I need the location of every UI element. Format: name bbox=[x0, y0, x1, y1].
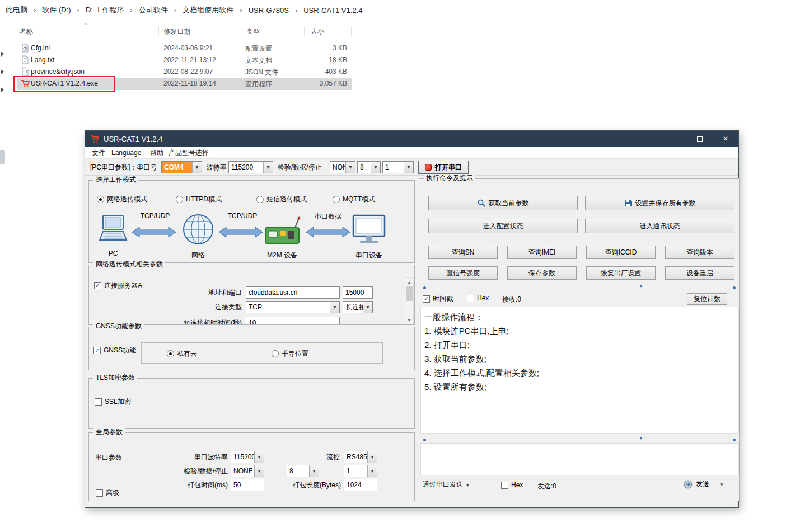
radio-selected-icon bbox=[97, 196, 104, 203]
menu-file[interactable]: 文件 bbox=[92, 147, 105, 159]
save-params-button[interactable]: 保存参数 bbox=[507, 266, 577, 280]
short-conn-timeout-input[interactable] bbox=[246, 317, 340, 324]
breadcrumb-item-usr-g780s[interactable]: USR-G780S bbox=[249, 6, 304, 15]
breadcrumb-item-work[interactable]: D: 工作程序 bbox=[86, 5, 139, 15]
device-restart-button[interactable]: 设备重启 bbox=[665, 266, 734, 280]
ssl-checkbox[interactable]: SSL加密 bbox=[95, 397, 131, 407]
chevron-down-icon: ▾ bbox=[466, 482, 469, 488]
query-imei-button[interactable]: 查询IMEI bbox=[507, 246, 577, 259]
collapse-arrow-icon[interactable] bbox=[639, 284, 643, 289]
net-params-scrollbar[interactable] bbox=[405, 277, 414, 324]
breadcrumb-item-drive-d[interactable]: 软件 (D:) bbox=[42, 5, 86, 15]
title-bar[interactable]: USR-CAT1 V1.2.4 bbox=[85, 131, 738, 147]
open-serial-button[interactable]: 打开串口 bbox=[418, 161, 469, 174]
checkbox-checked-icon bbox=[423, 295, 430, 303]
scroll-down-icon[interactable] bbox=[405, 316, 413, 324]
column-divider[interactable] bbox=[351, 26, 352, 36]
chevron-down-icon bbox=[330, 302, 339, 313]
scroll-up-icon[interactable] bbox=[405, 278, 413, 286]
collapse-arrow-icon[interactable] bbox=[639, 436, 643, 441]
column-divider[interactable] bbox=[158, 26, 159, 36]
get-current-params-button[interactable]: 获取当前参数 bbox=[428, 196, 578, 210]
recv-hex-checkbox[interactable]: Hex bbox=[467, 294, 489, 302]
reset-count-button[interactable]: 复位计数 bbox=[687, 293, 727, 305]
stopbits-select[interactable]: 1 bbox=[382, 161, 414, 173]
serial-data-label: 串口数据 bbox=[310, 212, 346, 222]
menu-help[interactable]: 帮助 bbox=[150, 147, 163, 159]
menu-language[interactable]: Language bbox=[111, 147, 141, 159]
file-date: 2022-11-18 19:14 bbox=[163, 79, 216, 87]
maximize-button[interactable] bbox=[687, 131, 713, 147]
column-divider[interactable] bbox=[304, 26, 305, 36]
mode-net-transparent[interactable]: 网络透传模式 bbox=[97, 195, 147, 204]
network-globe-icon bbox=[182, 213, 214, 246]
factory-reset-button[interactable]: 恢复出厂设置 bbox=[586, 266, 656, 280]
column-header-name[interactable]: 名称 bbox=[20, 27, 33, 36]
mode-sms-transparent[interactable]: 短信透传模式 bbox=[256, 195, 307, 204]
splitter-handle[interactable] bbox=[420, 437, 737, 442]
send-via-dropdown[interactable]: 通过串口发送 ▾ bbox=[423, 480, 469, 489]
breadcrumb-item-usr-cat1[interactable]: USR-CAT1 V1.2.4 bbox=[303, 6, 362, 15]
chevron-down-icon bbox=[345, 162, 355, 173]
keepalive-value: 长连接 bbox=[343, 302, 363, 313]
advanced-checkbox[interactable]: 高级 bbox=[96, 488, 119, 498]
query-sn-button[interactable]: 查询SN bbox=[428, 246, 498, 259]
log-line: 1. 模块连PC串口,上电; bbox=[421, 324, 738, 338]
breadcrumb-item-this-pc[interactable]: 此电脑 bbox=[6, 5, 42, 15]
gnss-group: GNSS功能参数 GNSS功能 私有云 千寻位置 bbox=[88, 327, 415, 370]
gnss-private-cloud-radio[interactable]: 私有云 bbox=[167, 349, 197, 359]
serial-baud-label: 串口波特率 bbox=[173, 451, 228, 463]
close-icon bbox=[723, 135, 728, 143]
conn-type-select[interactable]: TCP bbox=[246, 301, 340, 313]
enter-comm-state-button[interactable]: 进入通讯状态 bbox=[585, 219, 734, 233]
global-databits-select[interactable]: 8 bbox=[287, 465, 319, 477]
parity-select[interactable]: NONI bbox=[330, 161, 355, 173]
receive-log[interactable]: 一般操作流程： 1. 模块连PC串口,上电; 2. 打开串口; 3. 获取当前参… bbox=[420, 307, 739, 434]
query-version-button[interactable]: 查询版本 bbox=[665, 246, 734, 259]
mode-mqtt[interactable]: MQTT模式 bbox=[333, 195, 375, 204]
baud-value: 115200 bbox=[229, 162, 263, 173]
server-a-checkbox[interactable]: 连接服务器A bbox=[94, 281, 142, 290]
button-label: 复位计数 bbox=[694, 294, 720, 304]
query-signal-button[interactable]: 查信号强度 bbox=[428, 266, 498, 280]
global-parity-select[interactable]: NONE bbox=[231, 465, 264, 477]
button-label: 设备重启 bbox=[686, 269, 713, 278]
server-address-input[interactable] bbox=[246, 286, 340, 299]
serial-baud-select[interactable]: 115200 bbox=[231, 451, 264, 463]
port-label: [PC串口参数]：串口号 bbox=[90, 161, 157, 173]
file-row-lang-txt[interactable]: Lang.txt 2022-11-21 13:12 文本文档 18 KB bbox=[17, 54, 352, 66]
menu-product-select[interactable]: 产品型号选择 bbox=[169, 147, 209, 159]
minimize-button[interactable] bbox=[661, 131, 687, 147]
set-save-all-params-button[interactable]: 设置并保存所有参数 bbox=[585, 196, 734, 210]
breadcrumb-item-docs[interactable]: 文档组使用软件 bbox=[183, 5, 248, 15]
file-size: 3,057 KB bbox=[297, 79, 347, 87]
column-header-date[interactable]: 修改日期 bbox=[163, 27, 190, 36]
close-button[interactable] bbox=[713, 131, 738, 147]
send-button[interactable]: 发送 ▾ bbox=[684, 479, 723, 489]
pack-length-input[interactable] bbox=[344, 479, 377, 491]
column-header-size[interactable]: 大小 bbox=[311, 27, 324, 36]
baud-select[interactable]: 115200 bbox=[228, 161, 273, 173]
scrollbar-thumb[interactable] bbox=[406, 286, 413, 301]
column-divider[interactable] bbox=[242, 26, 242, 36]
com-port-select[interactable]: COM4 bbox=[161, 161, 202, 173]
column-header-type[interactable]: 类型 bbox=[246, 27, 260, 36]
splitter-handle[interactable] bbox=[420, 285, 737, 290]
databits-select[interactable]: 8 bbox=[357, 161, 381, 173]
flow-control-select[interactable]: RS485 bbox=[344, 451, 377, 463]
gnss-enable-checkbox[interactable]: GNSS功能 bbox=[93, 346, 136, 355]
mode-httpd[interactable]: HTTPD模式 bbox=[176, 195, 222, 204]
keepalive-select[interactable]: 长连接 bbox=[343, 301, 373, 313]
query-iccid-button[interactable]: 查询ICCID bbox=[586, 246, 656, 259]
pack-time-input[interactable] bbox=[231, 479, 264, 491]
global-stopbits-select[interactable]: 1 bbox=[344, 465, 377, 477]
enter-config-state-button[interactable]: 进入配置状态 bbox=[428, 219, 578, 233]
gnss-qianxun-radio[interactable]: 千寻位置 bbox=[272, 349, 308, 359]
global-parity-value: NONE bbox=[231, 465, 254, 477]
timestamp-checkbox[interactable]: 时间戳 bbox=[423, 294, 453, 304]
send-input-area[interactable] bbox=[420, 443, 739, 475]
file-row-cfg-ini[interactable]: Cfg.ini 2024-03-06 9:21 配置设置 3 KB bbox=[17, 43, 352, 54]
breadcrumb-item-company[interactable]: 公司软件 bbox=[139, 5, 183, 15]
send-hex-checkbox[interactable]: Hex bbox=[501, 481, 523, 489]
server-port-input[interactable] bbox=[343, 286, 373, 299]
